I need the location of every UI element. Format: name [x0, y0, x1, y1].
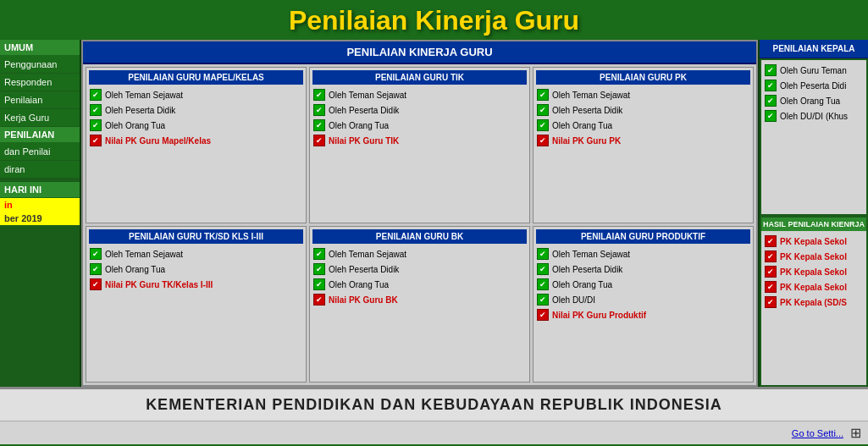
mapel-item-3[interactable]: ✔ Nilai PK Guru Mapel/Kelas: [89, 133, 303, 148]
panel-tik-title: PENILAIAN GURU TIK: [312, 70, 527, 85]
tksd-label-0: Oleh Teman Sejawat: [105, 250, 183, 259]
mapel-item-1[interactable]: ✔ Oleh Peserta Didik: [89, 102, 303, 118]
sidebar-item-penilaian[interactable]: Penilaian: [0, 91, 80, 109]
checkbox-produktif-2: ✔: [537, 278, 549, 290]
checkbox-produktif-4: ✔: [537, 309, 549, 321]
pk-item-3[interactable]: ✔ Nilai PK Guru PK: [536, 133, 750, 148]
kepala-item-2[interactable]: ✔ Oleh Orang Tua: [764, 93, 864, 108]
checkbox-pk-0: ✔: [537, 89, 549, 101]
hasil-item-3[interactable]: ✔ PK Kepala Sekol: [764, 279, 864, 295]
tksd-item-0[interactable]: ✔ Oleh Teman Sejawat: [89, 246, 303, 262]
right-kepala-title: PENILAIAN KEPALA: [760, 40, 868, 58]
mapel-label-3: Nilai PK Guru Mapel/Kelas: [105, 136, 211, 146]
hasil-item-4[interactable]: ✔ PK Kepala (SD/S: [764, 295, 864, 310]
checkbox-tik-3: ✔: [313, 135, 325, 146]
right-kepala-panel: ✔ Oleh Guru Teman ✔ Oleh Peserta Didi ✔ …: [761, 60, 866, 214]
hasil-label-0: PK Kepala Sekol: [780, 237, 847, 246]
checkbox-bk-0: ✔: [313, 248, 325, 260]
grid-col-2: PENILAIAN GURU TIK ✔ Oleh Teman Sejawat …: [309, 67, 530, 383]
pk-item-2[interactable]: ✔ Oleh Orang Tua: [536, 118, 750, 133]
tksd-label-2: Nilai PK Guru TK/Kelas I-III: [105, 280, 213, 289]
pk-label-3: Nilai PK Guru PK: [552, 136, 621, 146]
pk-item-1[interactable]: ✔ Oleh Peserta Didik: [536, 102, 750, 118]
pk-item-0[interactable]: ✔ Oleh Teman Sejawat: [536, 87, 750, 102]
checkbox-produktif-1: ✔: [537, 263, 549, 275]
produktif-item-2[interactable]: ✔ Oleh Orang Tua: [536, 277, 750, 292]
grid-col-1: PENILAIAN GURU MAPEL/KELAS ✔ Oleh Teman …: [86, 67, 307, 383]
kepala-item-1[interactable]: ✔ Oleh Peserta Didi: [764, 78, 864, 93]
panel-mapel-title: PENILAIAN GURU MAPEL/KELAS: [89, 70, 303, 85]
hasil-item-2[interactable]: ✔ PK Kepala Sekol: [764, 264, 864, 279]
checkbox-kepala-3: ✔: [765, 110, 777, 122]
produktif-label-4: Nilai PK Guru Produktif: [552, 311, 646, 320]
hasil-item-0[interactable]: ✔ PK Kepala Sekol: [764, 234, 864, 249]
checkbox-kepala-2: ✔: [765, 95, 777, 107]
checkbox-hasil-0: ✔: [765, 235, 777, 247]
panel-tksd: PENILAIAN GURU TK/SD KLS I-III ✔ Oleh Te…: [86, 226, 307, 383]
checkbox-kepala-1: ✔: [765, 80, 777, 91]
bk-label-1: Oleh Peserta Didik: [329, 265, 399, 274]
bk-item-2[interactable]: ✔ Oleh Orang Tua: [312, 277, 527, 292]
tik-item-2[interactable]: ✔ Oleh Orang Tua: [312, 118, 527, 133]
produktif-label-2: Oleh Orang Tua: [552, 280, 612, 289]
checkbox-bk-2: ✔: [313, 278, 325, 290]
footer-text: KEMENTERIAN PENDIDIKAN DAN KEBUDAYAAN RE…: [146, 396, 722, 413]
bk-item-1[interactable]: ✔ Oleh Peserta Didik: [312, 262, 527, 277]
tik-item-0[interactable]: ✔ Oleh Teman Sejawat: [312, 87, 527, 102]
hasil-item-1[interactable]: ✔ PK Kepala Sekol: [764, 249, 864, 264]
tksd-item-2[interactable]: ✔ Nilai PK Guru TK/Kelas I-III: [89, 277, 303, 292]
checkbox-pk-1: ✔: [537, 104, 549, 116]
right-hasil-panel: ✔ PK Kepala Sekol ✔ PK Kepala Sekol ✔ PK…: [761, 231, 866, 385]
hasil-label-3: PK Kepala Sekol: [780, 283, 847, 292]
checkbox-mapel-3: ✔: [90, 135, 102, 146]
grid-col-3: PENILAIAN GURU PK ✔ Oleh Teman Sejawat ✔…: [533, 67, 754, 383]
checkbox-bk-3: ✔: [313, 294, 325, 306]
produktif-item-3[interactable]: ✔ Oleh DU/DI: [536, 292, 750, 307]
sidebar-hari-ini-label: HARI INI: [0, 182, 80, 198]
sidebar-penilaian-label: PENILAIAN: [0, 127, 80, 143]
taskbar-settings-link[interactable]: Go to Setti...: [792, 428, 843, 438]
panel-bk: PENILAIAN GURU BK ✔ Oleh Teman Sejawat ✔…: [309, 226, 530, 383]
sidebar-item-kerjaguru[interactable]: Kerja Guru: [0, 109, 80, 127]
center-grid: PENILAIAN GURU MAPEL/KELAS ✔ Oleh Teman …: [83, 64, 756, 385]
mapel-item-2[interactable]: ✔ Oleh Orang Tua: [89, 118, 303, 133]
right-sidebar: PENILAIAN KEPALA ✔ Oleh Guru Teman ✔ Ole…: [758, 40, 868, 387]
panel-pk: PENILAIAN GURU PK ✔ Oleh Teman Sejawat ✔…: [533, 67, 754, 223]
bk-item-0[interactable]: ✔ Oleh Teman Sejawat: [312, 246, 527, 262]
sidebar-umum-label: UMUM: [0, 40, 80, 56]
pk-label-1: Oleh Peserta Didik: [552, 106, 622, 115]
bk-label-2: Oleh Orang Tua: [329, 280, 389, 289]
tik-item-1[interactable]: ✔ Oleh Peserta Didik: [312, 102, 527, 118]
produktif-item-0[interactable]: ✔ Oleh Teman Sejawat: [536, 246, 750, 262]
bk-label-0: Oleh Teman Sejawat: [329, 250, 406, 259]
checkbox-produktif-3: ✔: [537, 294, 549, 306]
tksd-item-1[interactable]: ✔ Oleh Orang Tua: [89, 262, 303, 277]
kepala-label-1: Oleh Peserta Didi: [780, 81, 846, 91]
pk-label-0: Oleh Teman Sejawat: [552, 91, 630, 100]
panel-tik: PENILAIAN GURU TIK ✔ Oleh Teman Sejawat …: [309, 67, 530, 223]
checkbox-tksd-1: ✔: [90, 263, 102, 275]
checkbox-tik-0: ✔: [313, 89, 325, 101]
checkbox-bk-1: ✔: [313, 263, 325, 275]
bk-item-3[interactable]: ✔ Nilai PK Guru BK: [312, 292, 527, 307]
checkbox-tksd-0: ✔: [90, 248, 102, 260]
sidebar-item-responden[interactable]: Responden: [0, 74, 80, 91]
kepala-item-3[interactable]: ✔ Oleh DU/DI (Khus: [764, 108, 864, 124]
mapel-item-0[interactable]: ✔ Oleh Teman Sejawat: [89, 87, 303, 102]
mapel-label-0: Oleh Teman Sejawat: [105, 91, 183, 100]
produktif-item-1[interactable]: ✔ Oleh Peserta Didik: [536, 262, 750, 277]
checkbox-tik-1: ✔: [313, 104, 325, 116]
tksd-label-1: Oleh Orang Tua: [105, 265, 165, 274]
tik-item-3[interactable]: ✔ Nilai PK Guru TIK: [312, 133, 527, 148]
checkbox-tik-2: ✔: [313, 119, 325, 131]
sidebar-item-danpenilai[interactable]: dan Penilai: [0, 143, 80, 161]
produktif-item-4[interactable]: ✔ Nilai PK Guru Produktif: [536, 307, 750, 322]
kepala-item-0[interactable]: ✔ Oleh Guru Teman: [764, 63, 864, 78]
sidebar-item-diran[interactable]: diran: [0, 161, 80, 179]
panel-mapel: PENILAIAN GURU MAPEL/KELAS ✔ Oleh Teman …: [86, 67, 307, 223]
kepala-label-0: Oleh Guru Teman: [780, 66, 847, 75]
sidebar-item-penggunaan[interactable]: Penggunaan: [0, 56, 80, 74]
checkbox-mapel-0: ✔: [90, 89, 102, 101]
tik-label-2: Oleh Orang Tua: [329, 121, 389, 130]
pk-label-2: Oleh Orang Tua: [552, 121, 612, 130]
